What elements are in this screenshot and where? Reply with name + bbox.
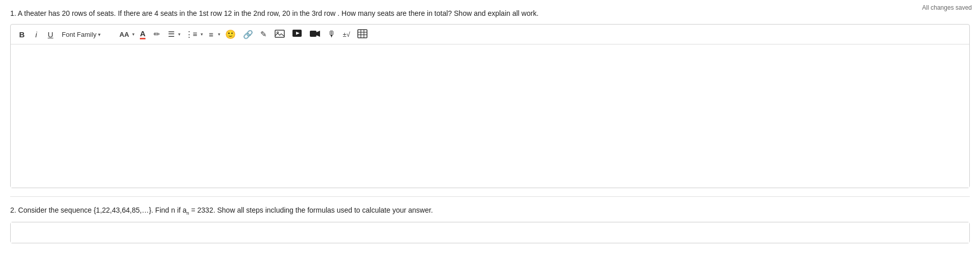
font-color-button[interactable]: A (137, 28, 149, 41)
font-size-arrow: ▾ (132, 32, 135, 37)
question-2-suffix: = 2332. Show all steps including the for… (189, 206, 433, 214)
align-left-icon: ☰ (168, 30, 175, 39)
emoji-icon: 🙂 (225, 29, 236, 40)
unordered-list-group: ≡ ▾ (205, 28, 220, 41)
editor-container-1: B i U Font Family ▾ AA ▾ A (10, 24, 970, 188)
editor-container-2 (10, 222, 970, 243)
question-1-text: 1. A theater has 20 rows of seats. If th… (10, 8, 970, 19)
link-button[interactable]: 🔗 (240, 28, 256, 41)
font-color-icon: A (140, 29, 145, 39)
ordered-list-icon: ⋮≡ (185, 30, 198, 39)
video-button[interactable] (289, 28, 305, 41)
formula-icon: ±√ (343, 31, 350, 38)
aa-label: AA (119, 31, 129, 38)
font-family-dropdown[interactable]: Font Family ▾ (59, 29, 115, 40)
annotate-button[interactable]: ✎ (258, 28, 270, 41)
unordered-list-arrow: ▾ (218, 32, 220, 37)
svg-rect-4 (310, 31, 316, 37)
clear-formatting-button[interactable]: ✏ (151, 28, 163, 41)
link-icon: 🔗 (243, 30, 253, 39)
formula-button[interactable]: ±√ (340, 28, 353, 41)
mic-button[interactable]: 🎙 (325, 28, 338, 41)
mic-icon: 🎙 (328, 30, 336, 39)
underline-button[interactable]: U (44, 28, 57, 41)
image-icon (275, 30, 285, 39)
save-status: All changes saved (922, 4, 972, 11)
toolbar: B i U Font Family ▾ AA ▾ A (11, 25, 969, 44)
eraser-icon: ✏ (154, 30, 160, 39)
align-group: ☰ ▾ (165, 28, 181, 41)
align-arrow: ▾ (178, 32, 181, 37)
video-play-icon (292, 29, 302, 39)
question-2-text: 2. Consider the sequence {1,22,43,64,85,… (0, 205, 980, 217)
camera-button[interactable] (307, 28, 323, 41)
font-family-arrow: ▾ (98, 32, 101, 37)
align-left-button[interactable]: ☰ (165, 28, 178, 41)
svg-marker-5 (316, 31, 320, 37)
table-button[interactable] (355, 28, 370, 41)
emoji-button[interactable]: 🙂 (223, 28, 238, 41)
unordered-list-button[interactable]: ≡ (205, 28, 217, 41)
pencil-icon: ✎ (260, 30, 267, 39)
image-button[interactable] (272, 28, 287, 41)
bold-button[interactable]: B (16, 28, 28, 41)
font-size-group: AA ▾ (117, 28, 135, 41)
font-size-button[interactable]: AA (117, 28, 132, 41)
section-divider (10, 196, 970, 197)
svg-rect-6 (358, 30, 367, 38)
ordered-list-group: ⋮≡ ▾ (183, 28, 203, 41)
svg-rect-0 (275, 30, 284, 37)
camera-icon (309, 30, 321, 39)
ordered-list-button[interactable]: ⋮≡ (183, 28, 200, 41)
table-icon (357, 29, 368, 40)
unordered-list-icon: ≡ (209, 30, 213, 39)
question-2-prefix: 2. Consider the sequence {1,22,43,64,85,… (10, 206, 187, 214)
font-family-label: Font Family (62, 31, 96, 38)
italic-button[interactable]: i (30, 28, 42, 41)
ordered-list-arrow: ▾ (201, 32, 203, 37)
editor-body-1[interactable] (11, 44, 969, 188)
editor-body-2[interactable] (11, 222, 969, 243)
